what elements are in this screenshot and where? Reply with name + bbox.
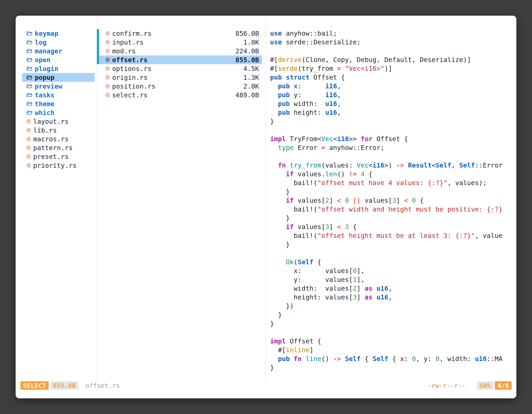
code-line: y: values[1], <box>270 275 516 284</box>
code-line <box>270 47 516 55</box>
folder-icon <box>27 75 32 80</box>
code-line <box>270 328 516 337</box>
code-line: bail!("offset width and height must be p… <box>270 205 516 214</box>
file-row-mod.rs[interactable]: ®mod.rs224.0B <box>99 47 262 55</box>
scroll-percent-badge: 50% <box>477 381 494 390</box>
code-line: use serde::Deserialize; <box>270 38 516 47</box>
rust-file-icon: ® <box>105 74 110 81</box>
rust-file-icon: ® <box>105 57 110 63</box>
folder-icon <box>27 58 32 62</box>
code-line: } <box>270 214 516 222</box>
rust-file-icon: ® <box>105 92 110 99</box>
status-right-group: -rw-r--r-- 50% 4/8 <box>428 381 512 390</box>
file-name: lib.rs <box>33 126 57 134</box>
file-row-origin.rs[interactable]: ®origin.rs1.3K <box>99 73 262 82</box>
sidebar-item-tasks[interactable]: tasks <box>22 91 95 99</box>
folder-name: tasks <box>35 91 54 99</box>
code-line <box>270 152 516 161</box>
file-permissions: -rw-r--r-- <box>428 382 466 389</box>
sidebar-item-manager[interactable]: manager <box>22 47 95 55</box>
folder-name: plugin <box>35 65 58 73</box>
file-manager-window: keymaplogmanageropenpluginpopuppreviewta… <box>16 16 516 398</box>
code-line: #[derive(Clone, Copy, Debug, Default, De… <box>270 55 516 64</box>
code-line: pub fn line() -> Self { Self { x: 0, y: … <box>270 355 516 363</box>
file-size-badge: 855.0B <box>50 381 78 390</box>
folder-icon <box>27 66 32 71</box>
file-name: layout.rs <box>33 118 68 125</box>
folder-name: manager <box>35 47 62 55</box>
scroll-indicator[interactable] <box>97 29 99 64</box>
file-size: 1.3K <box>243 74 259 81</box>
code-line: if values[2] < 0 || values[3] < 0 { <box>270 196 516 205</box>
file-name: preset.rs <box>33 153 68 161</box>
code-line: #[serde(try_from = "Vec<i16>")] <box>270 64 516 73</box>
sidebar-item-layout.rs[interactable]: ®layout.rs <box>22 117 95 126</box>
code-line: pub struct Offset { <box>270 73 516 82</box>
code-line: pub width: u16, <box>270 99 516 108</box>
code-line: #[inline] <box>270 346 516 355</box>
sidebar-item-macros.rs[interactable]: ®macros.rs <box>22 135 95 143</box>
folder-name: open <box>35 56 50 64</box>
file-name: macros.rs <box>33 135 68 143</box>
sidebar-item-popup[interactable]: popup <box>22 73 95 82</box>
rust-file-icon: ® <box>27 144 31 151</box>
sidebar-item-open[interactable]: open <box>22 55 95 64</box>
mode-badge: SELECT <box>20 381 49 390</box>
code-line: bail!("offset must have 4 values: {:?}",… <box>270 179 516 187</box>
rust-file-icon: ® <box>105 65 110 72</box>
code-line: } <box>270 240 516 249</box>
folder-name: preview <box>35 82 62 90</box>
code-line <box>270 249 516 258</box>
desktop-background: keymaplogmanageropenpluginpopuppreviewta… <box>0 0 532 414</box>
rust-file-icon: ® <box>27 127 31 134</box>
panes-area: keymaplogmanageropenpluginpopuppreviewta… <box>16 16 516 381</box>
file-name: offset.rs <box>112 56 147 64</box>
file-row-select.rs[interactable]: ®select.rs489.0B <box>99 91 262 99</box>
file-row-offset.rs[interactable]: ®offset.rs855.0B <box>99 55 262 64</box>
rust-file-icon: ® <box>105 83 110 90</box>
file-row-position.rs[interactable]: ®position.rs2.0K <box>99 82 262 91</box>
sidebar-item-priority.rs[interactable]: ®priority.rs <box>22 161 95 170</box>
code-line: } <box>270 117 516 126</box>
sidebar-item-log[interactable]: log <box>22 38 95 47</box>
file-row-confirm.rs[interactable]: ®confirm.rs856.0B <box>99 29 262 38</box>
folder-icon <box>27 93 32 97</box>
file-name: position.rs <box>112 82 155 90</box>
file-name: priority.rs <box>33 162 76 169</box>
file-list: ®confirm.rs856.0B®input.rs1.0K®mod.rs224… <box>97 29 266 99</box>
code-line: } <box>270 187 516 196</box>
code-line <box>270 126 516 135</box>
code-line: x: values[0], <box>270 267 516 275</box>
code-line: fn try_from(values: Vec<i16>) -> Result<… <box>270 161 516 170</box>
sidebar-item-preview[interactable]: preview <box>22 82 95 91</box>
file-size: 4.5K <box>243 65 259 73</box>
sidebar-item-which[interactable]: which <box>22 108 95 117</box>
file-row-options.rs[interactable]: ®options.rs4.5K <box>99 64 262 73</box>
rust-file-icon: ® <box>27 136 31 143</box>
folder-icon <box>27 40 32 45</box>
code-line: } <box>270 310 516 319</box>
current-directory-pane: ®confirm.rs856.0B®input.rs1.0K®mod.rs224… <box>96 16 266 381</box>
file-name: origin.rs <box>112 74 147 81</box>
parent-directory-pane: keymaplogmanageropenpluginpopuppreviewta… <box>16 16 96 381</box>
sidebar-item-plugin[interactable]: plugin <box>22 64 95 73</box>
code-line: if values[3] < 3 { <box>270 222 516 231</box>
status-filename: offset.rs <box>86 382 120 389</box>
folder-icon <box>27 110 32 115</box>
rust-file-icon: ® <box>27 118 31 125</box>
file-size: 856.0B <box>235 30 259 38</box>
rust-file-icon: ® <box>105 39 110 46</box>
sidebar-item-theme[interactable]: theme <box>22 99 95 108</box>
code-line: Ok(Self { <box>270 258 516 267</box>
sidebar-item-lib.rs[interactable]: ®lib.rs <box>22 126 95 135</box>
file-row-input.rs[interactable]: ®input.rs1.0K <box>99 38 262 47</box>
sidebar-item-keymap[interactable]: keymap <box>22 29 95 38</box>
sidebar-item-preset.rs[interactable]: ®preset.rs <box>22 152 95 161</box>
code-line: width: values[2] as u16, <box>270 284 516 293</box>
file-size: 1.0K <box>243 39 259 46</box>
code-line: pub height: u16, <box>270 108 516 117</box>
file-name: select.rs <box>112 91 147 99</box>
code-line: } <box>270 363 516 372</box>
sidebar-item-pattern.rs[interactable]: ®pattern.rs <box>22 143 95 152</box>
cursor-position-badge: 4/8 <box>495 381 512 390</box>
